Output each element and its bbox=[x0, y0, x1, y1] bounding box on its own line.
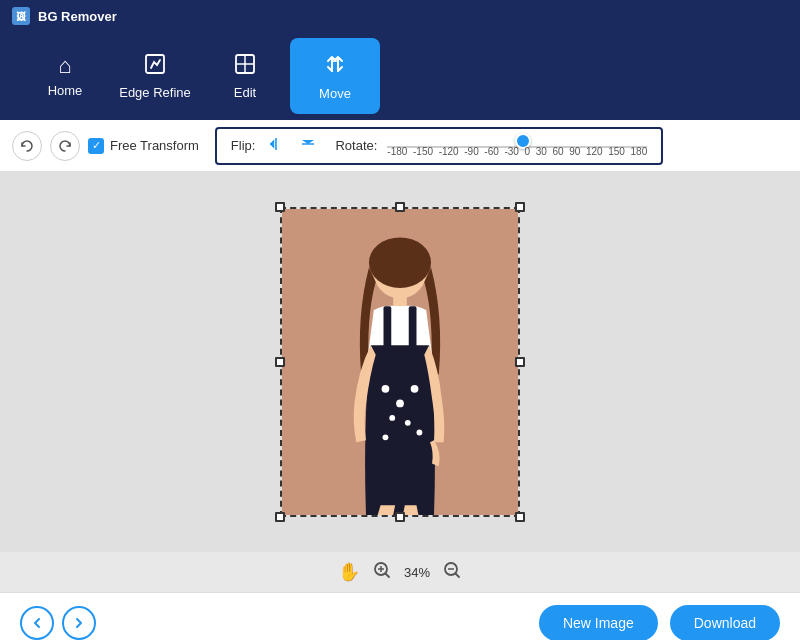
nav-arrows bbox=[20, 606, 96, 640]
svg-point-6 bbox=[369, 237, 431, 287]
nav-edit[interactable]: Edit bbox=[200, 38, 290, 114]
zoom-bar: ✋ 34% bbox=[0, 552, 800, 592]
rotate-scale-numbers: -180 -150 -120 -90 -60 -30 0 30 60 90 12… bbox=[387, 146, 647, 157]
nav-edit-label: Edit bbox=[234, 85, 256, 100]
handle-top-right[interactable] bbox=[515, 202, 525, 212]
svg-rect-14 bbox=[409, 306, 417, 350]
svg-point-18 bbox=[389, 415, 395, 421]
svg-point-19 bbox=[405, 420, 411, 426]
free-transform-label: Free Transform bbox=[110, 138, 199, 153]
svg-point-16 bbox=[396, 400, 404, 408]
handle-middle-right[interactable] bbox=[515, 357, 525, 367]
handle-top-center[interactable] bbox=[395, 202, 405, 212]
handle-top-left[interactable] bbox=[275, 202, 285, 212]
zoom-out-icon[interactable] bbox=[442, 560, 462, 585]
svg-rect-13 bbox=[384, 306, 392, 350]
undo-button[interactable] bbox=[12, 131, 42, 161]
nav-edge-refine-label: Edge Refine bbox=[119, 85, 191, 100]
svg-point-15 bbox=[382, 385, 390, 393]
person-figure bbox=[285, 219, 515, 515]
app-icon: 🖼 bbox=[12, 7, 30, 25]
home-icon: ⌂ bbox=[58, 55, 71, 77]
svg-line-25 bbox=[385, 573, 389, 577]
handle-bottom-left[interactable] bbox=[275, 512, 285, 522]
svg-point-21 bbox=[383, 434, 389, 440]
action-bar: New Image Download bbox=[0, 592, 800, 640]
nav-move[interactable]: Move bbox=[290, 38, 380, 114]
move-icon bbox=[323, 52, 347, 80]
transform-controls: Flip: Rotate: -180 -150 -120 -90 -6 bbox=[215, 127, 663, 165]
image-container[interactable] bbox=[280, 207, 520, 517]
handle-middle-left[interactable] bbox=[275, 357, 285, 367]
hand-tool-icon[interactable]: ✋ bbox=[338, 561, 360, 583]
download-button[interactable]: Download bbox=[670, 605, 780, 641]
redo-button[interactable] bbox=[50, 131, 80, 161]
action-buttons: New Image Download bbox=[539, 605, 780, 641]
zoom-value: 34% bbox=[404, 565, 430, 580]
edge-refine-icon bbox=[144, 53, 166, 79]
nav-home[interactable]: ⌂ Home bbox=[20, 38, 110, 114]
rotate-slider[interactable]: -180 -150 -120 -90 -60 -30 0 30 60 90 12… bbox=[387, 135, 647, 157]
prev-button[interactable] bbox=[20, 606, 54, 640]
new-image-button[interactable]: New Image bbox=[539, 605, 658, 641]
flip-vertical-button[interactable] bbox=[297, 135, 319, 157]
flip-horizontal-button[interactable] bbox=[265, 135, 287, 157]
svg-point-17 bbox=[411, 385, 419, 393]
image-box bbox=[280, 207, 520, 517]
nav-home-label: Home bbox=[48, 83, 83, 98]
svg-point-20 bbox=[416, 430, 422, 436]
free-transform-checkbox[interactable]: ✓ bbox=[88, 138, 104, 154]
image-background bbox=[282, 209, 518, 515]
rotate-label: Rotate: bbox=[335, 138, 377, 153]
free-transform-group: ✓ Free Transform bbox=[88, 138, 199, 154]
handle-bottom-right[interactable] bbox=[515, 512, 525, 522]
flip-label: Flip: bbox=[231, 138, 256, 153]
next-button[interactable] bbox=[62, 606, 96, 640]
nav-move-label: Move bbox=[319, 86, 351, 101]
edit-icon bbox=[234, 53, 256, 79]
nav-bar: ⌂ Home Edge Refine Edit bbox=[0, 32, 800, 120]
zoom-in-icon[interactable] bbox=[372, 560, 392, 585]
title-bar: 🖼 BG Remover bbox=[0, 0, 800, 32]
app-title: BG Remover bbox=[38, 9, 117, 24]
toolbar: ✓ Free Transform Flip: Rotate: -180 -150 bbox=[0, 120, 800, 172]
nav-edge-refine[interactable]: Edge Refine bbox=[110, 38, 200, 114]
svg-line-28 bbox=[456, 573, 460, 577]
canvas-area bbox=[0, 172, 800, 552]
handle-bottom-center[interactable] bbox=[395, 512, 405, 522]
